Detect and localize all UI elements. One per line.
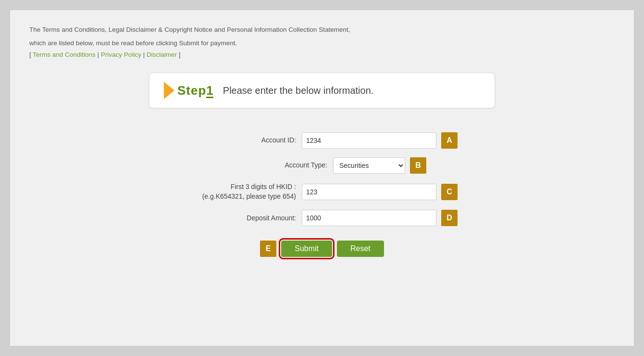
badge-c: C [441,184,458,200]
deposit-amount-label: Deposit Amount: [186,214,302,223]
badge-d: D [441,210,458,226]
terms-link[interactable]: Terms and Conditions [33,51,96,58]
badge-e: E [260,241,276,257]
step-instruction: Please enter the below information. [223,85,374,96]
hkid-row: First 3 digits of HKID :(e.g.K654321, pl… [130,182,514,201]
step-icon: Step 1 [164,82,213,99]
hkid-label: First 3 digits of HKID :(e.g.K654321, pl… [186,182,302,201]
account-id-row: Account ID: A [130,132,514,149]
submit-button[interactable]: Submit [281,241,332,257]
button-row: E Submit Reset [130,241,514,257]
reset-button[interactable]: Reset [337,241,384,257]
hkid-input[interactable] [302,184,436,200]
links-row: [ Terms and Conditions | Privacy Policy … [29,51,615,58]
step-underline [206,97,213,98]
form-section: Account ID: A Account Type: Securities C… [130,132,514,257]
step-label: Step [177,83,206,98]
step-number-container: 1 [206,83,213,98]
step-number: 1 [206,83,213,98]
page-container: The Terms and Conditions, Legal Disclaim… [10,10,634,346]
sep2: | [141,51,147,58]
account-type-row: Account Type: Securities Cash Margin B [130,157,514,174]
account-type-label: Account Type: [218,161,333,170]
account-type-select[interactable]: Securities Cash Margin [333,157,405,174]
privacy-link[interactable]: Privacy Policy [101,51,141,58]
badge-b: B [410,157,426,174]
deposit-amount-input[interactable] [302,210,436,226]
deposit-amount-row: Deposit Amount: D [130,210,514,226]
account-id-label: Account ID: [186,136,302,145]
sep1: | [96,51,101,58]
badge-a: A [441,132,458,149]
intro-line2: which are listed below, must be read bef… [29,38,615,49]
bracket-close: ] [177,51,181,58]
disclaimer-link[interactable]: Disclaimer [147,51,177,58]
step-banner: Step 1 Please enter the below informatio… [149,73,495,108]
account-id-input[interactable] [302,132,436,149]
step-arrow-icon [164,82,174,99]
intro-line1: The Terms and Conditions, Legal Disclaim… [29,25,615,35]
